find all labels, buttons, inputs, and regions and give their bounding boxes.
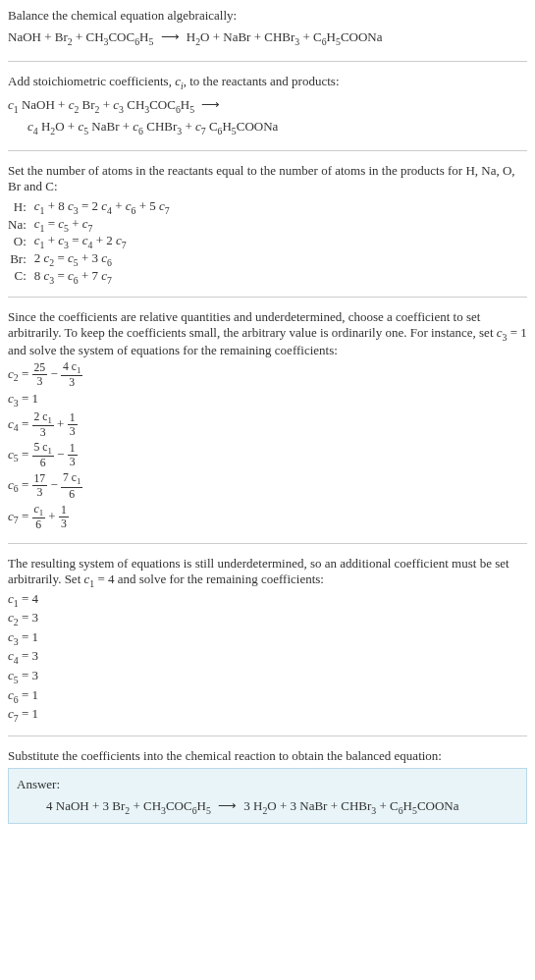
coef-c2: c2 = 253 − 4 c13 [8, 360, 527, 389]
intro-title: Balance the chemical equation algebraica… [8, 8, 527, 24]
result-c4: c4 = 3 [8, 648, 527, 666]
result-c5: c5 = 3 [8, 668, 527, 685]
divider [8, 150, 527, 151]
underdetermined-section: Since the coefficients are relative quan… [8, 309, 527, 531]
divider [8, 297, 527, 298]
underdetermined-text: Since the coefficients are relative quan… [8, 309, 527, 358]
intro-section: Balance the chemical equation algebraica… [8, 8, 527, 49]
atom-row-h: H: c1 + 8 c3 = 2 c4 + c6 + 5 c7 [8, 198, 170, 216]
result-c1: c1 = 4 [8, 591, 527, 609]
result-c6: c6 = 1 [8, 687, 527, 705]
atom-row-o: O: c1 + c3 = c4 + 2 c7 [8, 233, 170, 250]
divider [8, 61, 527, 62]
answer-box: Answer: 4 NaOH + 3 Br2 + CH3COC6H5 ⟶ 3 H… [8, 768, 527, 825]
intro-equation: NaOH + Br2 + CH3COC6H5 ⟶ H2O + NaBr + CH… [8, 27, 527, 49]
arrow-icon: ⟶ [214, 798, 241, 814]
arrow-icon: ⟶ [197, 95, 224, 116]
substitute-text: Substitute the coefficients into the che… [8, 748, 527, 764]
atoms-table: H: c1 + 8 c3 = 2 c4 + c6 + 5 c7 Na: c1 =… [8, 198, 170, 285]
coef-c5: c5 = 5 c16 − 13 [8, 441, 527, 469]
result-c7: c7 = 1 [8, 706, 527, 724]
answer-label: Answer: [17, 777, 518, 792]
atoms-section: Set the number of atoms in the reactants… [8, 163, 527, 285]
divider [8, 735, 527, 736]
coef-c7: c7 = c16 + 13 [8, 503, 527, 531]
coef-c4: c4 = 2 c13 + 13 [8, 410, 527, 439]
divider [8, 543, 527, 544]
answer-equation: 4 NaOH + 3 Br2 + CH3COC6H5 ⟶ 3 H2O + 3 N… [17, 798, 518, 816]
coef-c3: c3 = 1 [8, 391, 527, 408]
atom-row-na: Na: c1 = c5 + c7 [8, 216, 170, 234]
atom-row-br: Br: 2 c2 = c5 + 3 c6 [8, 250, 170, 268]
stoich-title: Add stoichiometric coefficients, ci, to … [8, 74, 527, 91]
resulting-section: The resulting system of equations is sti… [8, 556, 527, 724]
resulting-text: The resulting system of equations is sti… [8, 556, 527, 589]
atom-row-c: C: 8 c3 = c6 + 7 c7 [8, 268, 170, 286]
arrow-icon: ⟶ [157, 27, 184, 48]
result-c2: c2 = 3 [8, 610, 527, 627]
substitute-section: Substitute the coefficients into the che… [8, 748, 527, 825]
stoich-section: Add stoichiometric coefficients, ci, to … [8, 74, 527, 138]
coef-c6: c6 = 173 − 7 c16 [8, 471, 527, 500]
result-c3: c3 = 1 [8, 629, 527, 647]
atoms-title: Set the number of atoms in the reactants… [8, 163, 527, 194]
stoich-equation: c1 NaOH + c2 Br2 + c3 CH3COC6H5 ⟶ c4 H2O… [8, 95, 527, 138]
